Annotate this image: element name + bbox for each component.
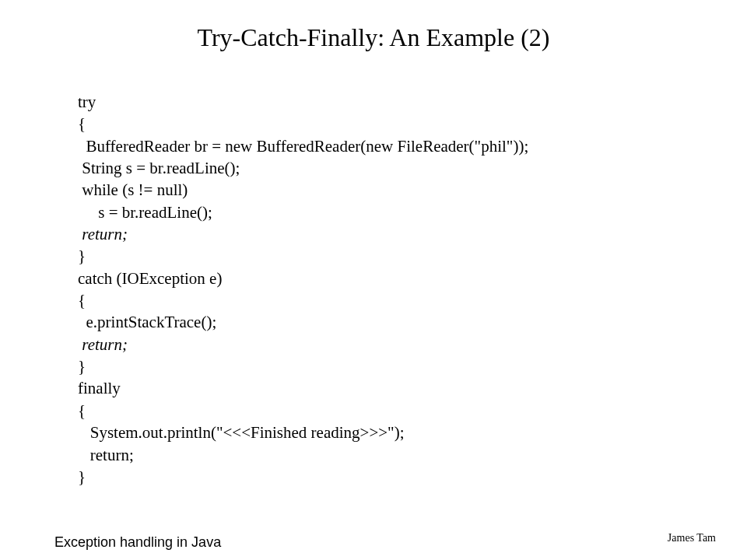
code-line: while (s != null) bbox=[78, 179, 716, 201]
code-line: s = br.readLine(); bbox=[78, 201, 716, 223]
code-line: System.out.println("<<<Finished reading>… bbox=[78, 422, 716, 443]
footer-left: Exception handling in Java bbox=[54, 534, 221, 551]
code-line: } bbox=[78, 355, 716, 377]
code-line: { bbox=[78, 400, 716, 422]
code-line: { bbox=[78, 289, 716, 311]
code-line: } bbox=[78, 466, 716, 488]
slide-title: Try-Catch-Finally: An Example (2) bbox=[31, 23, 716, 52]
code-line: String s = br.readLine(); bbox=[78, 157, 716, 179]
code-line-return: return; bbox=[78, 223, 716, 245]
code-line: catch (IOException e) bbox=[78, 268, 716, 289]
footer-right: James Tam bbox=[668, 532, 716, 544]
code-line: e.printStackTrace(); bbox=[78, 311, 716, 333]
slide-container: Try-Catch-Finally: An Example (2) try { … bbox=[0, 0, 747, 560]
code-line-return: return; bbox=[78, 334, 716, 355]
code-line: } bbox=[78, 245, 716, 267]
code-line: { bbox=[78, 113, 716, 135]
code-block: try { BufferedReader br = new BufferedRe… bbox=[78, 91, 716, 488]
code-line: BufferedReader br = new BufferedReader(n… bbox=[78, 135, 716, 157]
code-line: return; bbox=[78, 444, 716, 466]
code-line: try bbox=[78, 91, 716, 113]
code-line: finally bbox=[78, 377, 716, 399]
